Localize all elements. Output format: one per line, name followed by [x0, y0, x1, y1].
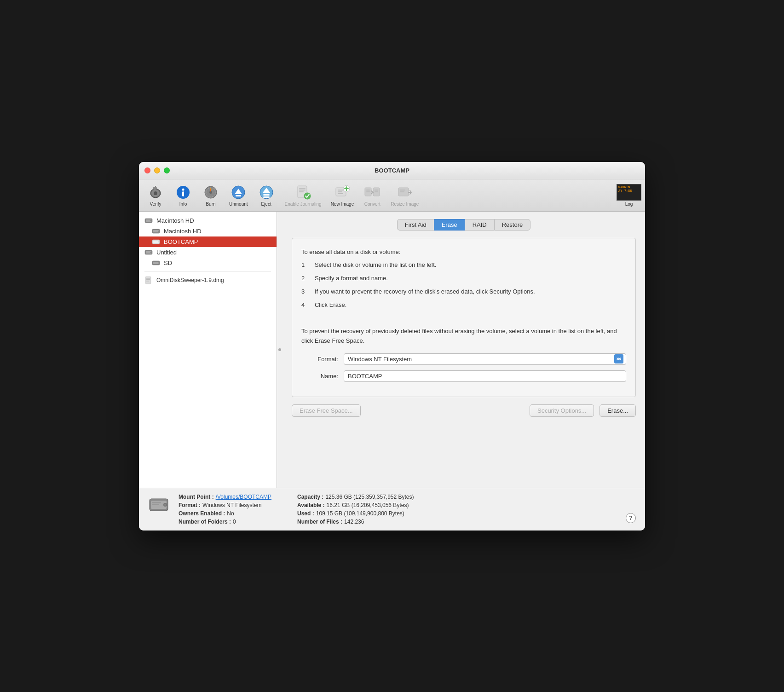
svg-point-56 — [158, 263, 159, 264]
log-thumbnail: WARNIN AY 7:86 — [617, 184, 641, 201]
burn-label: Burn — [206, 202, 215, 207]
tab-raid[interactable]: RAID — [465, 219, 494, 231]
svg-point-53 — [150, 252, 151, 253]
svg-rect-18 — [263, 196, 270, 198]
sidebar: Macintosh HD Macintosh HD BOOTCAMP — [139, 212, 277, 488]
sidebar-item-untitled[interactable]: Untitled — [139, 247, 277, 258]
disk-icon — [144, 249, 153, 255]
toolbar-enable-journaling-button[interactable]: Enable Journaling — [281, 182, 325, 208]
sidebar-item-bootcamp[interactable]: BOOTCAMP — [139, 236, 277, 247]
svg-rect-37 — [375, 190, 378, 190]
toolbar-info-button[interactable]: Info — [170, 182, 196, 208]
toolbar: Verify Info — [139, 179, 645, 212]
info-icon-svg — [176, 185, 190, 200]
tab-erase[interactable]: Erase — [434, 219, 465, 231]
svg-point-64 — [164, 504, 166, 506]
erase-description: To erase all data on a disk or volume: 1… — [301, 248, 626, 346]
erase-button[interactable]: Erase... — [600, 404, 636, 417]
svg-point-47 — [158, 231, 159, 232]
toolbar-verify-button[interactable]: Verify — [143, 182, 168, 208]
num-files-value: 142,236 — [344, 519, 364, 525]
svg-rect-20 — [299, 188, 306, 189]
detail-panel: First Aid Erase RAID Restore To erase al… — [282, 212, 645, 488]
capacity-value: 125.36 GB (125,359,357,952 Bytes) — [325, 494, 414, 500]
format-row: Format: Windows NT Filesystem — [301, 353, 626, 365]
toolbar-log-button[interactable]: WARNIN AY 7:86 Log — [617, 184, 641, 207]
dmg-icon — [144, 276, 153, 284]
enable-journaling-label: Enable Journaling — [285, 202, 322, 207]
resize-image-icon-svg — [397, 184, 413, 201]
svg-point-44 — [150, 220, 151, 221]
new-image-icon-svg — [334, 184, 351, 201]
sidebar-item-macintosh-hd-root[interactable]: Macintosh HD — [139, 215, 277, 226]
convert-label: Convert — [364, 202, 380, 207]
info-disk-icon — [148, 494, 171, 517]
info-num-files: Number of Files : 142,236 — [297, 519, 414, 525]
mount-point-value[interactable]: /Volumes/BOOTCAMP — [216, 494, 271, 500]
format-label: Format: — [301, 356, 338, 363]
help-button[interactable]: ? — [626, 513, 636, 523]
name-row: Name: — [301, 370, 626, 382]
close-button[interactable] — [144, 167, 150, 173]
log-label: Log — [625, 202, 633, 207]
eject-label: Eject — [261, 202, 271, 207]
toolbar-new-image-button[interactable]: New Image — [327, 182, 358, 208]
svg-point-7 — [182, 188, 184, 190]
svg-rect-8 — [182, 191, 184, 196]
svg-rect-5 — [155, 186, 156, 189]
info-left-col: Mount Point : /Volumes/BOOTCAMP Format :… — [179, 494, 271, 525]
svg-rect-14 — [236, 195, 241, 196]
info-capacity: Capacity : 125.36 GB (125,359,357,952 By… — [297, 494, 414, 500]
capacity-key: Capacity : — [297, 494, 323, 500]
resize-handle[interactable] — [277, 212, 282, 488]
tab-first-aid[interactable]: First Aid — [397, 219, 434, 231]
resize-image-label: Resize Image — [391, 202, 419, 207]
toolbar-convert-button[interactable]: Convert — [359, 182, 385, 208]
info-num-folders: Number of Folders : 0 — [179, 519, 271, 525]
sidebar-item-macintosh-hd-sub[interactable]: Macintosh HD — [139, 226, 277, 236]
toolbar-resize-image-button[interactable]: Resize Image — [387, 182, 422, 208]
tab-bar: First Aid Erase RAID Restore — [292, 219, 636, 231]
format-select[interactable]: Windows NT Filesystem — [344, 353, 626, 365]
svg-rect-26 — [338, 191, 342, 192]
info-icon — [175, 184, 191, 201]
svg-rect-38 — [375, 191, 378, 192]
format-value: Windows NT Filesystem — [202, 502, 261, 508]
toolbar-unmount-button[interactable]: Unmount — [225, 182, 252, 208]
security-options-button[interactable]: Security Options... — [530, 404, 594, 417]
unmount-icon-svg — [230, 184, 247, 201]
eject-icon — [258, 184, 275, 201]
traffic-lights — [144, 167, 170, 173]
owners-enabled-value: No — [227, 510, 234, 517]
sidebar-item-omnidisksweeper[interactable]: OmniDiskSweeper-1.9.dmg — [139, 274, 277, 286]
name-input[interactable] — [344, 370, 626, 382]
erase-free-space-button[interactable]: Erase Free Space... — [292, 404, 361, 417]
format-select-wrapper: Windows NT Filesystem — [344, 353, 626, 365]
svg-rect-35 — [366, 191, 370, 192]
unmount-label: Unmount — [229, 202, 248, 207]
toolbar-eject-button[interactable]: Eject — [254, 182, 279, 208]
maximize-button[interactable] — [164, 167, 170, 173]
eject-icon-svg — [258, 184, 275, 201]
svg-rect-60 — [146, 281, 149, 282]
main-content: Macintosh HD Macintosh HD BOOTCAMP — [139, 212, 645, 488]
minimize-button[interactable] — [154, 167, 160, 173]
info-format: Format : Windows NT Filesystem — [179, 502, 271, 508]
used-value: 109.15 GB (109,149,900,800 Bytes) — [316, 510, 404, 517]
svg-rect-66 — [152, 504, 159, 505]
info-used: Used : 109.15 GB (109,149,900,800 Bytes) — [297, 510, 414, 517]
format-key: Format : — [179, 502, 201, 508]
disk-icon — [152, 228, 160, 234]
tab-restore[interactable]: Restore — [494, 219, 531, 231]
used-key: Used : — [297, 510, 314, 517]
sidebar-item-sd[interactable]: SD — [139, 258, 277, 268]
toolbar-burn-button[interactable]: Burn — [198, 182, 224, 208]
num-folders-value: 0 — [233, 519, 236, 525]
svg-rect-65 — [152, 502, 161, 503]
available-key: Available : — [297, 502, 325, 508]
burn-icon-svg — [203, 185, 218, 200]
info-label: Info — [179, 202, 187, 207]
window-title: BOOTCAMP — [375, 167, 409, 174]
svg-rect-27 — [338, 193, 343, 194]
info-right-col: Capacity : 125.36 GB (125,359,357,952 By… — [297, 494, 414, 525]
